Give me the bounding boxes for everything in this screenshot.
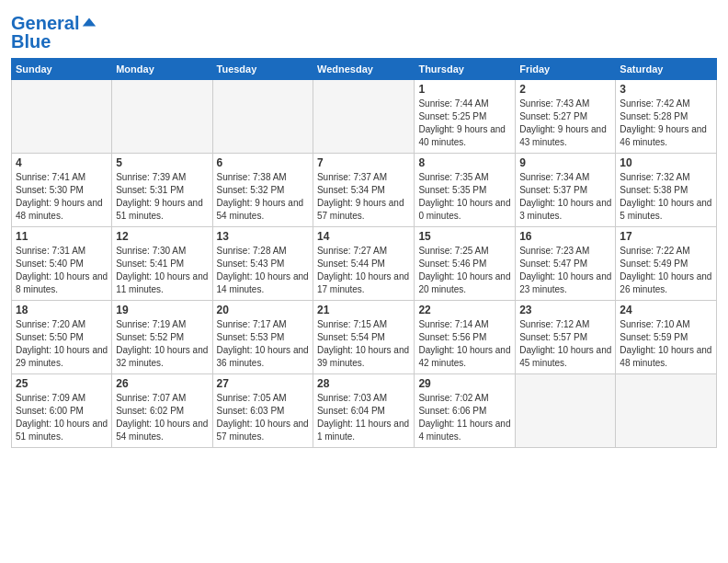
weekdays-header: SundayMondayTuesdayWednesdayThursdayFrid… (12, 59, 717, 80)
svg-marker-0 (83, 18, 96, 27)
day-cell: 20Sunrise: 7:17 AM Sunset: 5:53 PM Dayli… (212, 301, 313, 374)
day-number: 27 (217, 377, 309, 390)
week-row-3: 11Sunrise: 7:31 AM Sunset: 5:40 PM Dayli… (12, 227, 717, 301)
week-row-1: 1Sunrise: 7:44 AM Sunset: 5:25 PM Daylig… (12, 80, 717, 154)
day-cell: 6Sunrise: 7:38 AM Sunset: 5:32 PM Daylig… (212, 154, 313, 227)
day-cell: 9Sunrise: 7:34 AM Sunset: 5:37 PM Daylig… (516, 154, 616, 227)
day-cell: 7Sunrise: 7:37 AM Sunset: 5:34 PM Daylig… (313, 154, 414, 227)
day-info: Sunrise: 7:05 AM Sunset: 6:03 PM Dayligh… (217, 392, 309, 443)
day-number: 24 (620, 304, 712, 316)
day-cell: 21Sunrise: 7:15 AM Sunset: 5:54 PM Dayli… (313, 301, 414, 374)
day-info: Sunrise: 7:20 AM Sunset: 5:50 PM Dayligh… (16, 318, 108, 370)
day-number: 22 (418, 304, 511, 316)
day-number: 7 (317, 156, 410, 169)
day-cell (616, 374, 717, 448)
day-info: Sunrise: 7:07 AM Sunset: 6:02 PM Dayligh… (116, 392, 208, 443)
weekday-header-saturday: Saturday (616, 59, 717, 80)
day-number: 25 (16, 377, 108, 390)
day-info: Sunrise: 7:32 AM Sunset: 5:38 PM Dayligh… (620, 171, 712, 223)
day-info: Sunrise: 7:27 AM Sunset: 5:44 PM Dayligh… (317, 245, 410, 296)
day-cell (212, 80, 313, 154)
day-info: Sunrise: 7:41 AM Sunset: 5:30 PM Dayligh… (16, 171, 108, 223)
day-cell: 24Sunrise: 7:10 AM Sunset: 5:59 PM Dayli… (616, 301, 717, 374)
day-info: Sunrise: 7:14 AM Sunset: 5:56 PM Dayligh… (418, 318, 511, 370)
day-cell: 27Sunrise: 7:05 AM Sunset: 6:03 PM Dayli… (212, 374, 313, 448)
day-number: 23 (519, 304, 611, 316)
day-number: 13 (217, 230, 309, 243)
day-info: Sunrise: 7:03 AM Sunset: 6:04 PM Dayligh… (317, 392, 410, 443)
day-cell: 5Sunrise: 7:39 AM Sunset: 5:31 PM Daylig… (112, 154, 212, 227)
weekday-header-sunday: Sunday (12, 59, 112, 80)
day-cell: 3Sunrise: 7:42 AM Sunset: 5:28 PM Daylig… (616, 80, 717, 154)
calendar-table: SundayMondayTuesdayWednesdayThursdayFrid… (11, 58, 717, 448)
day-number: 15 (418, 230, 511, 243)
weekday-header-monday: Monday (112, 59, 212, 80)
day-cell: 25Sunrise: 7:09 AM Sunset: 6:00 PM Dayli… (12, 374, 112, 448)
day-info: Sunrise: 7:23 AM Sunset: 5:47 PM Dayligh… (519, 245, 611, 296)
day-number: 6 (217, 156, 309, 169)
logo: General Blue (11, 13, 97, 52)
day-cell (112, 80, 212, 154)
day-number: 19 (116, 304, 208, 316)
weekday-header-wednesday: Wednesday (313, 59, 414, 80)
day-info: Sunrise: 7:35 AM Sunset: 5:35 PM Dayligh… (418, 171, 511, 223)
day-cell: 23Sunrise: 7:12 AM Sunset: 5:57 PM Dayli… (516, 301, 616, 374)
day-cell: 26Sunrise: 7:07 AM Sunset: 6:02 PM Dayli… (112, 374, 212, 448)
day-info: Sunrise: 7:28 AM Sunset: 5:43 PM Dayligh… (217, 245, 309, 296)
day-number: 1 (418, 83, 511, 96)
day-number: 21 (317, 304, 410, 316)
day-info: Sunrise: 7:34 AM Sunset: 5:37 PM Dayligh… (519, 171, 611, 223)
day-cell: 2Sunrise: 7:43 AM Sunset: 5:27 PM Daylig… (516, 80, 616, 154)
day-info: Sunrise: 7:31 AM Sunset: 5:40 PM Dayligh… (16, 245, 108, 296)
day-cell (516, 374, 616, 448)
day-cell: 11Sunrise: 7:31 AM Sunset: 5:40 PM Dayli… (12, 227, 112, 301)
calendar-body: 1Sunrise: 7:44 AM Sunset: 5:25 PM Daylig… (12, 80, 717, 448)
week-row-2: 4Sunrise: 7:41 AM Sunset: 5:30 PM Daylig… (12, 154, 717, 227)
day-cell: 4Sunrise: 7:41 AM Sunset: 5:30 PM Daylig… (12, 154, 112, 227)
day-cell: 22Sunrise: 7:14 AM Sunset: 5:56 PM Dayli… (415, 301, 516, 374)
day-number: 17 (620, 230, 712, 243)
day-info: Sunrise: 7:37 AM Sunset: 5:34 PM Dayligh… (317, 171, 410, 223)
day-number: 20 (217, 304, 309, 316)
day-cell: 10Sunrise: 7:32 AM Sunset: 5:38 PM Dayli… (616, 154, 717, 227)
day-cell: 19Sunrise: 7:19 AM Sunset: 5:52 PM Dayli… (112, 301, 212, 374)
day-cell: 29Sunrise: 7:02 AM Sunset: 6:06 PM Dayli… (415, 374, 516, 448)
day-info: Sunrise: 7:22 AM Sunset: 5:49 PM Dayligh… (620, 245, 712, 296)
day-number: 12 (116, 230, 208, 243)
weekday-header-tuesday: Tuesday (212, 59, 313, 80)
day-number: 3 (620, 83, 712, 96)
day-cell: 28Sunrise: 7:03 AM Sunset: 6:04 PM Dayli… (313, 374, 414, 448)
day-number: 16 (519, 230, 611, 243)
day-number: 26 (116, 377, 208, 390)
day-number: 5 (116, 156, 208, 169)
day-info: Sunrise: 7:38 AM Sunset: 5:32 PM Dayligh… (217, 171, 309, 223)
day-info: Sunrise: 7:02 AM Sunset: 6:06 PM Dayligh… (418, 392, 511, 443)
weekday-header-thursday: Thursday (415, 59, 516, 80)
day-cell: 17Sunrise: 7:22 AM Sunset: 5:49 PM Dayli… (616, 227, 717, 301)
day-cell: 12Sunrise: 7:30 AM Sunset: 5:41 PM Dayli… (112, 227, 212, 301)
day-info: Sunrise: 7:12 AM Sunset: 5:57 PM Dayligh… (519, 318, 611, 370)
day-info: Sunrise: 7:39 AM Sunset: 5:31 PM Dayligh… (116, 171, 208, 223)
day-info: Sunrise: 7:42 AM Sunset: 5:28 PM Dayligh… (620, 98, 712, 149)
day-number: 28 (317, 377, 410, 390)
day-cell: 15Sunrise: 7:25 AM Sunset: 5:46 PM Dayli… (415, 227, 516, 301)
day-cell (313, 80, 414, 154)
day-cell: 14Sunrise: 7:27 AM Sunset: 5:44 PM Dayli… (313, 227, 414, 301)
day-cell (12, 80, 112, 154)
day-info: Sunrise: 7:19 AM Sunset: 5:52 PM Dayligh… (116, 318, 208, 370)
day-info: Sunrise: 7:43 AM Sunset: 5:27 PM Dayligh… (519, 98, 611, 149)
logo-text: General (11, 13, 79, 33)
header: General Blue (11, 9, 717, 52)
day-info: Sunrise: 7:17 AM Sunset: 5:53 PM Dayligh… (217, 318, 309, 370)
day-number: 10 (620, 156, 712, 169)
day-info: Sunrise: 7:25 AM Sunset: 5:46 PM Dayligh… (418, 245, 511, 296)
day-number: 2 (519, 83, 611, 96)
day-cell: 13Sunrise: 7:28 AM Sunset: 5:43 PM Dayli… (212, 227, 313, 301)
day-number: 14 (317, 230, 410, 243)
week-row-4: 18Sunrise: 7:20 AM Sunset: 5:50 PM Dayli… (12, 301, 717, 374)
day-number: 18 (16, 304, 108, 316)
logo-icon (81, 15, 97, 31)
day-cell: 1Sunrise: 7:44 AM Sunset: 5:25 PM Daylig… (415, 80, 516, 154)
day-info: Sunrise: 7:30 AM Sunset: 5:41 PM Dayligh… (116, 245, 208, 296)
day-info: Sunrise: 7:15 AM Sunset: 5:54 PM Dayligh… (317, 318, 410, 370)
